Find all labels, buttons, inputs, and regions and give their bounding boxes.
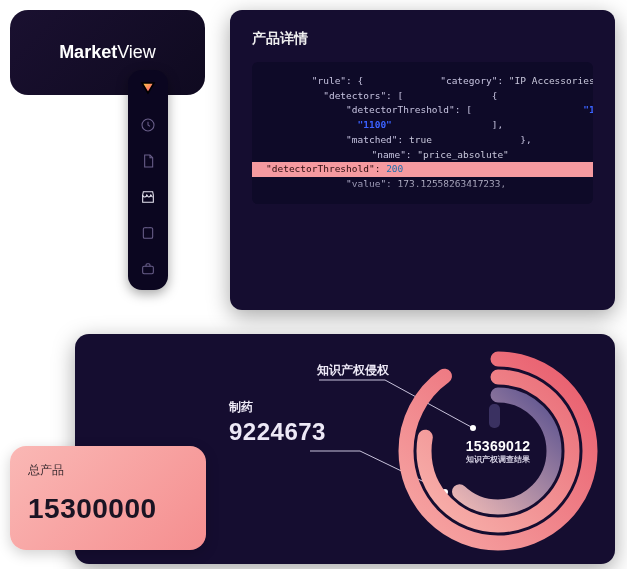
total-products-label: 总产品 <box>28 462 188 479</box>
callout-label-pharma: 制药 <box>229 399 389 416</box>
code-token: "detectorThreshold": [ <box>346 104 472 115</box>
fade-overlay <box>252 178 593 204</box>
callout-label-ip: 知识产权侵权 <box>317 362 389 379</box>
highlighted-line: "detectorThreshold": 200 <box>252 162 593 177</box>
svg-rect-2 <box>143 228 152 239</box>
code-block: "rule": { "category": "IP Accessories" "… <box>252 62 593 204</box>
file-icon[interactable] <box>139 152 157 170</box>
code-token: "1100" <box>358 119 392 130</box>
donut-center-label: 知识产权调查结果 <box>466 454 531 465</box>
svg-rect-9 <box>489 404 500 428</box>
briefcase-icon[interactable] <box>139 260 157 278</box>
callouts: 知识产权侵权 制药 9224673 <box>197 362 389 446</box>
logo-light: View <box>117 42 156 62</box>
note-icon[interactable] <box>139 224 157 242</box>
code-token: "detectors": [ <box>323 90 403 101</box>
code-token: "1000" <box>583 104 593 115</box>
callout-value-pharma: 9224673 <box>229 418 389 446</box>
store-icon[interactable] <box>139 188 157 206</box>
code-token: }, <box>520 134 531 145</box>
code-token: "rule": { <box>312 75 363 86</box>
code-token: "detectorThreshold": <box>266 163 380 174</box>
code-token: "IP Accessories" <box>509 75 593 86</box>
total-products-card: 总产品 15300000 <box>10 446 206 550</box>
code-token: { <box>492 90 498 101</box>
code-token: ], <box>492 119 503 130</box>
logo-text: MarketView <box>59 42 156 63</box>
code-panel-title: 产品详情 <box>252 30 593 48</box>
donut-chart: 15369012 知识产权调查结果 <box>393 346 603 556</box>
code-token: 200 <box>386 163 403 174</box>
logo-card: MarketView <box>10 10 205 95</box>
svg-marker-0 <box>142 83 154 93</box>
code-panel: 产品详情 "rule": { "category": "IP Accessori… <box>230 10 615 310</box>
code-token: "category": <box>440 75 503 86</box>
donut-center: 15369012 知识产权调查结果 <box>466 438 531 465</box>
svg-rect-3 <box>143 266 154 273</box>
code-token: "price_absolute" <box>417 149 509 160</box>
accent-triangle-icon <box>140 80 156 94</box>
sidebar <box>128 70 168 290</box>
code-token: "matched": <box>346 134 403 145</box>
logo-bold: Market <box>59 42 117 62</box>
total-products-value: 15300000 <box>28 493 188 525</box>
donut-center-value: 15369012 <box>466 438 531 454</box>
code-token: "name": <box>372 149 412 160</box>
clock-icon[interactable] <box>139 116 157 134</box>
code-token: true <box>409 134 432 145</box>
